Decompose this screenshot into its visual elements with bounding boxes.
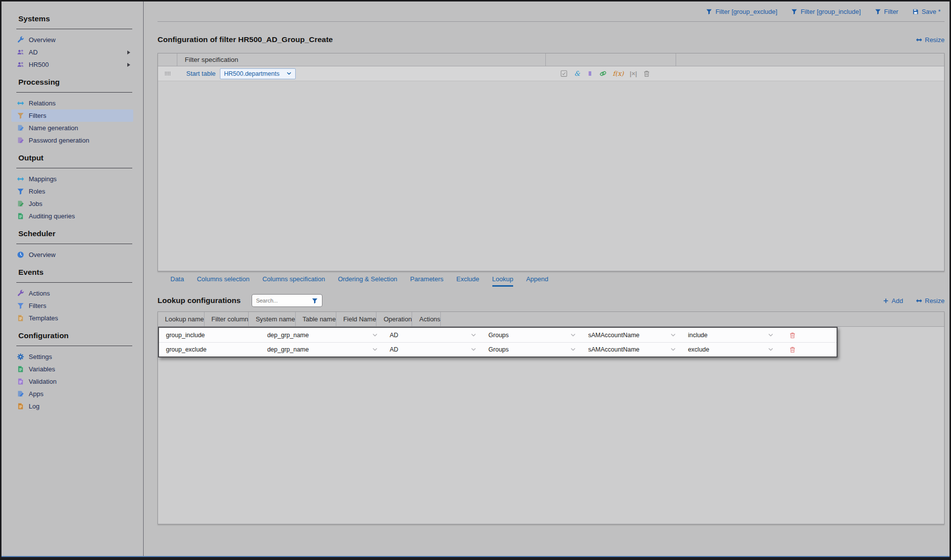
sidebar-item[interactable]: Name generation xyxy=(11,122,133,134)
tab[interactable]: Ordering & Selection xyxy=(338,275,397,285)
resize-button[interactable]: Resize xyxy=(916,297,945,305)
lookup-configurations-header: Lookup configurations Add Resize xyxy=(158,293,945,308)
sidebar-item[interactable]: Filters xyxy=(11,300,133,312)
filter-specification-header-row: Filter specification xyxy=(158,53,944,66)
sidebar-item[interactable]: Relations xyxy=(11,97,133,109)
topbar-button[interactable]: Filter [group_include] xyxy=(791,8,860,15)
tab[interactable]: Columns selection xyxy=(197,275,249,285)
sidebar-item-label: HR500 xyxy=(29,61,49,68)
topbar-button-label: Filter [group_exclude] xyxy=(715,8,777,15)
drag-handle-icon[interactable] xyxy=(158,70,177,77)
lookup-configurations-title: Lookup configurations xyxy=(158,296,241,305)
sidebar-item-label: Validation xyxy=(29,378,56,385)
resize-button[interactable]: Resize xyxy=(916,36,945,44)
delete-row-button[interactable] xyxy=(789,346,796,353)
sidebar-item[interactable]: Auditing queries xyxy=(11,210,133,222)
cell-field-name[interactable]: sAMAccountName xyxy=(581,343,681,356)
tab[interactable]: Append xyxy=(526,275,548,285)
topbar-button[interactable]: Filter xyxy=(875,8,898,15)
sidebar-item[interactable]: Templates xyxy=(11,312,133,324)
cell-table-name[interactable]: Groups xyxy=(481,328,581,342)
sidebar-item-icon xyxy=(16,61,24,69)
tab[interactable]: Exclude xyxy=(456,275,479,285)
cell-system-name[interactable]: AD xyxy=(383,328,481,342)
sidebar-section-title: Events xyxy=(18,268,133,277)
column-header: Operation xyxy=(376,312,412,326)
sidebar-item[interactable]: Log xyxy=(11,400,133,412)
sidebar-item-label: Actions xyxy=(29,290,50,297)
sidebar-item[interactable]: HR500 xyxy=(11,58,133,71)
cell-system-name[interactable]: AD xyxy=(383,343,481,356)
start-table-value: HR500.departments xyxy=(224,70,279,77)
cell-filter-column[interactable]: dep_grp_name xyxy=(260,343,382,356)
cell-lookup-name: group_exclude xyxy=(159,343,260,356)
sidebar-item[interactable]: Variables xyxy=(11,363,133,375)
topbar-button-label: Filter [group_include] xyxy=(800,8,860,15)
add-button[interactable]: Add xyxy=(883,297,903,305)
sidebar-item-icon xyxy=(16,365,24,373)
checkbox-icon[interactable] xyxy=(560,70,568,77)
sidebar-item-icon xyxy=(16,124,24,132)
resize-label: Resize xyxy=(925,297,945,305)
topbar-button-label: Save * xyxy=(922,8,941,15)
topbar-buttons: Filter [group_exclude] Filter [group_inc… xyxy=(706,8,945,15)
chevron-down-icon xyxy=(286,71,292,76)
sidebar-item[interactable]: Settings xyxy=(11,351,133,363)
tab[interactable]: Parameters xyxy=(410,275,443,285)
parallel-operator-icon[interactable]: ‖ xyxy=(586,70,593,77)
and-operator-icon[interactable]: & xyxy=(574,70,581,77)
search-input[interactable] xyxy=(256,298,312,304)
cell-operation[interactable]: exclude xyxy=(681,343,779,356)
tab[interactable]: Data xyxy=(170,275,184,285)
chevron-down-icon xyxy=(372,332,378,338)
sidebar-section-items: Overview xyxy=(1,249,143,261)
sidebar-item[interactable]: Actions xyxy=(11,287,133,300)
sidebar-item[interactable]: AD xyxy=(11,46,133,58)
sidebar-item-label: Relations xyxy=(29,100,55,107)
lookup-table-header: Lookup name Filter column System name Ta… xyxy=(158,312,944,327)
chevron-down-icon xyxy=(768,347,774,353)
sidebar-item[interactable]: Apps xyxy=(11,388,133,400)
cell-table-name[interactable]: Groups xyxy=(481,343,581,356)
start-table-select[interactable]: HR500.departments xyxy=(220,68,296,79)
trash-icon[interactable] xyxy=(643,70,650,77)
section-divider xyxy=(16,92,132,93)
sidebar-item-label: Overview xyxy=(29,251,55,258)
sidebar-item[interactable]: Validation xyxy=(11,375,133,388)
plus-icon xyxy=(883,298,889,304)
cell-operation[interactable]: include xyxy=(681,328,779,342)
tab[interactable]: Columns specification xyxy=(263,275,325,285)
sidebar-item-label: Filters xyxy=(29,112,46,119)
function-icon[interactable]: f(x) xyxy=(613,70,624,77)
topbar-button-icon xyxy=(912,8,919,15)
sidebar-section: Scheduler Overview xyxy=(1,229,143,261)
sidebar-item-label: Password generation xyxy=(29,137,89,144)
cell-actions xyxy=(779,343,837,356)
sidebar-item[interactable]: Filters xyxy=(11,109,133,122)
cell-field-name[interactable]: sAMAccountName xyxy=(581,328,681,342)
sidebar-item[interactable]: Mappings xyxy=(11,173,133,185)
delete-row-button[interactable] xyxy=(789,332,796,339)
section-divider xyxy=(16,282,132,283)
sidebar-item[interactable]: Roles xyxy=(11,185,133,198)
sidebar-item-label: Name generation xyxy=(29,124,78,132)
topbar-button[interactable]: Save * xyxy=(912,8,941,15)
sidebar-item-icon xyxy=(16,251,24,259)
cell-filter-column[interactable]: dep_grp_name xyxy=(260,328,382,342)
link-icon[interactable] xyxy=(599,70,607,77)
window: Systems Overview AD xyxy=(0,0,951,560)
search-box[interactable] xyxy=(252,294,322,307)
sidebar-item[interactable]: Overview xyxy=(11,249,133,261)
sidebar-item-label: Auditing queries xyxy=(29,212,75,220)
sidebar-item-label: Filters xyxy=(29,302,46,309)
sidebar-item[interactable]: Jobs xyxy=(11,198,133,210)
tab[interactable]: Lookup xyxy=(492,275,514,287)
topbar-button[interactable]: Filter [group_exclude] xyxy=(706,8,777,15)
sidebar-item-icon xyxy=(16,36,24,44)
sidebar: Systems Overview AD xyxy=(1,1,144,556)
exclude-operator-icon[interactable]: |×| xyxy=(630,70,637,77)
section-divider xyxy=(16,168,132,168)
sidebar-item[interactable]: Overview xyxy=(11,34,133,46)
sidebar-item[interactable]: Password generation xyxy=(11,134,133,147)
page-title: Configuration of filter HR500_AD_Group_C… xyxy=(158,35,333,44)
